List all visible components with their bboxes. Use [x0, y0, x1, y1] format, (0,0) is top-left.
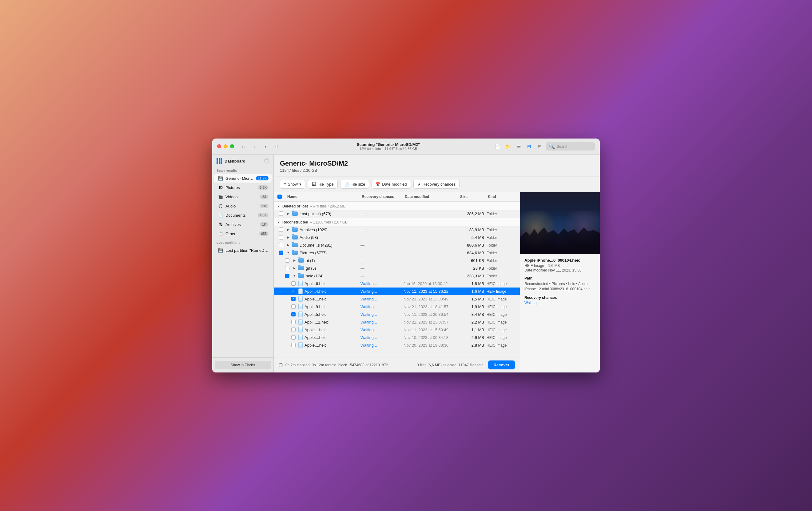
- table-header: Name ↑ Recovery chances Date modified Si…: [274, 192, 520, 201]
- row-expand-icon[interactable]: ▶: [292, 258, 296, 263]
- status-spinner: [279, 363, 283, 367]
- row-checkbox[interactable]: [279, 212, 283, 216]
- row-expand-icon[interactable]: ▶: [286, 227, 290, 232]
- folder-icon: [298, 274, 304, 278]
- table-row[interactable]: Apple....heic Waiting... Nov 20, 2023 at…: [274, 341, 520, 349]
- cell-size: 5,4 MB: [471, 235, 484, 240]
- list-view-button[interactable]: ☰: [514, 142, 523, 151]
- col-recovery[interactable]: Recovery chances: [360, 194, 404, 199]
- row-checkbox[interactable]: [285, 266, 289, 270]
- maximize-button[interactable]: [230, 144, 234, 149]
- row-checkbox[interactable]: [291, 320, 296, 324]
- row-checkbox[interactable]: [291, 281, 296, 286]
- file-size-filter-button[interactable]: 📄 File size: [340, 180, 369, 189]
- kind-col-label: Kind: [488, 194, 496, 199]
- heic-file-icon: [298, 289, 303, 294]
- table-row[interactable]: Apple....heic Waiting... Nov 11, 2023 at…: [274, 326, 520, 334]
- table-row[interactable]: ▶ Docume...s (4281) — 880,6 MB Folder: [274, 241, 520, 249]
- select-all-checkbox[interactable]: [278, 194, 282, 199]
- row-checkbox[interactable]: [291, 289, 296, 293]
- cell-recovery: Waiting...: [360, 320, 377, 324]
- col-size[interactable]: Size: [459, 194, 487, 199]
- row-expand-icon[interactable]: ▼: [286, 250, 290, 255]
- home-button[interactable]: ⌂: [239, 142, 248, 151]
- table-row[interactable]: Apple....heic Waiting... Nov 10, 2023 at…: [274, 334, 520, 341]
- row-checkbox[interactable]: [291, 304, 296, 309]
- show-finder-button[interactable]: Show in Finder: [215, 361, 271, 369]
- row-checkbox[interactable]: [279, 235, 283, 240]
- table-row[interactable]: ▼ Pictures (5777) — 834,6 MB Folder: [274, 249, 520, 257]
- row-checkbox[interactable]: [285, 258, 289, 263]
- row-checkbox[interactable]: [279, 227, 283, 232]
- table-row[interactable]: Appl...6.heic Waiting... Jan 15, 2020 at…: [274, 280, 520, 288]
- minimize-button[interactable]: [224, 144, 228, 149]
- sidebar-item-audio[interactable]: 🎵 Audio 98: [214, 201, 271, 210]
- table-row[interactable]: ▼ heic (174) — 238,3 MB Folder: [274, 272, 520, 280]
- split-view-button[interactable]: ⊟: [535, 142, 544, 151]
- table-row[interactable]: ▶ Lost par...+) (679) — 286,2 MB Folder: [274, 210, 520, 218]
- col-kind[interactable]: Kind: [487, 194, 517, 199]
- sidebar-top: Dashboard: [212, 155, 273, 166]
- table-row[interactable]: Appl...5.heic Waiting... Nov 11, 2023 at…: [274, 311, 520, 318]
- new-file-button[interactable]: 📄: [493, 142, 502, 151]
- row-checkbox[interactable]: [279, 243, 283, 247]
- sidebar-audio-label: Audio: [226, 204, 258, 208]
- cell-size: 880,6 MB: [467, 243, 484, 247]
- row-checkbox[interactable]: [291, 335, 296, 340]
- back-button[interactable]: ‹: [250, 142, 259, 151]
- row-checkbox[interactable]: [291, 312, 296, 317]
- new-folder-button[interactable]: 📁: [504, 142, 513, 151]
- content-header: Generic- MicroSD/M2 11947 files / 2,36 G…: [274, 155, 600, 177]
- table-row[interactable]: Appl...9.heic Waiting... Nov 21, 2023 at…: [274, 303, 520, 311]
- row-expand-icon[interactable]: ▶: [286, 243, 290, 247]
- col-date[interactable]: Date modified: [404, 194, 459, 199]
- sidebar-item-documents[interactable]: 📄 Documents 4,3K: [214, 211, 271, 219]
- cell-kind: Folder: [487, 228, 497, 232]
- sidebar-item-archives[interactable]: 🗜 Archives 1K: [214, 220, 271, 229]
- recovery-chances-filter-button[interactable]: ★ Recovery chances: [413, 180, 460, 189]
- file-type-filter-button[interactable]: 🖼 File Type: [308, 180, 338, 189]
- table-row[interactable]: Apple....heic Waiting... Nov 23, 2023 at…: [274, 295, 520, 303]
- row-checkbox[interactable]: [291, 297, 296, 301]
- heic-file-icon: [298, 342, 303, 348]
- search-box[interactable]: 🔍: [546, 142, 595, 151]
- archives-icon: 🗜: [218, 222, 223, 227]
- table-row[interactable]: ▶ ai (1) — 601 KB Folder: [274, 257, 520, 264]
- date-modified-filter-button[interactable]: 📅 Date modified: [372, 180, 411, 189]
- table-row[interactable]: Appl...4.heic Waiting... Nov 11, 2023 at…: [274, 288, 520, 295]
- table-row[interactable]: ▶ gif (5) — 28 KB Folder: [274, 264, 520, 272]
- pause-button[interactable]: ⏸: [272, 142, 281, 151]
- row-checkbox[interactable]: [291, 343, 296, 347]
- row-expand-icon[interactable]: ▶: [292, 266, 296, 270]
- grid-view-button[interactable]: ⊞: [525, 142, 533, 151]
- show-filter-button[interactable]: ≡ Show ▾: [280, 180, 306, 189]
- table-row[interactable]: Appl...11.heic Waiting... Nov 21, 2023 a…: [274, 318, 520, 326]
- window-title-area: Scanning "Generic- MicroSD/M2" 12% compl…: [283, 142, 493, 151]
- sidebar-item-lost-partition[interactable]: 💾 Lost partition "RomeD2...: [214, 246, 271, 254]
- row-expand-icon[interactable]: ▶: [286, 212, 290, 216]
- table-row[interactable]: ▶ Audio (98) — 5,4 MB Folder: [274, 234, 520, 241]
- cell-name-text: Apple....heic: [304, 327, 327, 332]
- pictures-icon: 🖼: [218, 185, 223, 190]
- row-checkbox[interactable]: [291, 327, 296, 332]
- cell-date: Nov 11, 2023 at 20:36:54: [404, 312, 448, 317]
- group-toggle-reconstructed[interactable]: ▼: [276, 220, 281, 224]
- row-expand-icon[interactable]: ▼: [292, 274, 296, 278]
- sidebar-item-videos[interactable]: 🎬 Videos 83: [214, 192, 271, 201]
- forward-button[interactable]: ›: [261, 142, 270, 151]
- table-row[interactable]: ▶ Archives (1029) — 38,9 MB Folder: [274, 226, 520, 234]
- traffic-lights: [217, 144, 234, 149]
- row-checkbox[interactable]: [285, 274, 289, 278]
- sidebar-item-generic[interactable]: 💾 Generic- MicroSD... 11,9K: [214, 174, 271, 183]
- sidebar-item-other[interactable]: 📋 Other 655: [214, 229, 271, 238]
- row-expand-icon[interactable]: ▶: [286, 235, 290, 240]
- close-button[interactable]: [217, 144, 221, 149]
- cell-date: Nov 11, 2023 at 15:36:22: [404, 289, 448, 294]
- recover-button[interactable]: Recover: [488, 360, 515, 369]
- sidebar-item-pictures[interactable]: 🖼 Pictures 5,8K: [214, 183, 271, 192]
- group-toggle-deleted[interactable]: ▼: [276, 204, 281, 208]
- row-checkbox[interactable]: [279, 250, 283, 255]
- cell-kind: HEIF Image: [487, 289, 506, 294]
- search-input[interactable]: [557, 144, 592, 149]
- col-name[interactable]: Name ↑: [286, 194, 360, 199]
